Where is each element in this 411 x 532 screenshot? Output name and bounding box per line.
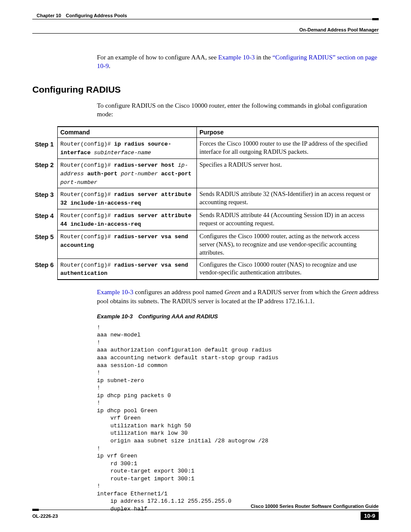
table-row: Step 6 Router(config)# radius-server vsa…	[32, 258, 379, 280]
step-label: Step 3	[32, 188, 58, 209]
example-title: Example 10-3 Configuring AAA and RADIUS	[97, 313, 379, 320]
link-example-10-3-b[interactable]: Example 10-3	[97, 289, 134, 296]
command-text: Router(config)# radius-server host ip-ad…	[60, 162, 191, 186]
section-title: Configuring RADIUS	[32, 84, 379, 95]
command-text: Router(config)# ip radius source-interfa…	[60, 141, 171, 156]
intro-mid: in the	[255, 54, 272, 61]
table-row: Step 4 Router(config)# radius server att…	[32, 209, 379, 230]
header-chapter: Chapter 10 Configuring Address Pools	[37, 13, 379, 18]
link-example-10-3[interactable]: Example 10-3	[218, 54, 255, 61]
command-text: Router(config)# radius-server vsa send a…	[60, 262, 188, 277]
table-row: Step 3 Router(config)# radius server att…	[32, 188, 379, 209]
intro-paragraph: For an example of how to configure AAA, …	[97, 53, 379, 71]
intro-pre: For an example of how to configure AAA, …	[97, 54, 218, 61]
table-row: Step 5 Router(config)# radius-server vsa…	[32, 230, 379, 259]
col-command: Command	[58, 127, 197, 138]
step-label: Step 5	[32, 230, 58, 259]
purpose-text: Configures the Cisco 10000 router (NAS) …	[197, 258, 379, 280]
table-row: Step 2 Router(config)# radius-server hos…	[32, 159, 379, 188]
code-listing: ! aaa new-model ! aaa authorization conf…	[97, 324, 379, 513]
header-subrule	[32, 33, 379, 34]
step-label: Step 1	[32, 138, 58, 159]
footer: Cisco 10000 Series Router Software Confi…	[32, 504, 379, 520]
lead-paragraph: To configure RADIUS on the Cisco 10000 r…	[97, 101, 379, 119]
command-table: Command Purpose Step 1 Router(config)# i…	[32, 126, 379, 280]
header-rule	[32, 19, 379, 19]
purpose-text: Configures the Cisco 10000 router, actin…	[197, 230, 379, 259]
purpose-text: Sends RADIUS attribute 44 (Accounting Se…	[197, 209, 379, 230]
table-row: Step 1 Router(config)# ip radius source-…	[32, 138, 379, 159]
step-label: Step 4	[32, 209, 58, 230]
page-number: 10-9	[361, 512, 379, 520]
after-table-paragraph: Example 10-3 configures an address pool …	[97, 288, 379, 305]
step-label: Step 2	[32, 159, 58, 188]
purpose-text: Specifies a RADIUS server host.	[197, 159, 379, 188]
step-label: Step 6	[32, 258, 58, 280]
intro-post: .	[109, 62, 111, 69]
header-section: On-Demand Address Pool Manager	[32, 27, 379, 32]
col-purpose: Purpose	[197, 127, 379, 138]
purpose-text: Sends RADIUS attribute 32 (NAS-Identifie…	[197, 188, 379, 209]
footer-guide: Cisco 10000 Series Router Software Confi…	[32, 504, 379, 509]
footer-doc-id: OL-2226-23	[32, 513, 58, 519]
command-text: Router(config)# radius-server vsa send a…	[60, 233, 188, 249]
purpose-text: Forces the Cisco 10000 router to use the…	[197, 138, 379, 159]
command-text: Router(config)# radius server attribute …	[60, 212, 191, 227]
footer-rule	[32, 510, 379, 510]
command-text: Router(config)# radius server attribute …	[60, 191, 191, 206]
